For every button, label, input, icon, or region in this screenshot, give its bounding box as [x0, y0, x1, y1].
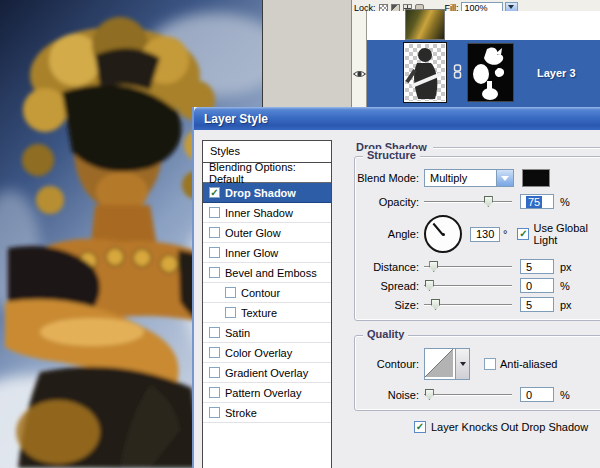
- style-item-satin[interactable]: Satin: [203, 323, 331, 343]
- angle-dial[interactable]: [424, 215, 462, 253]
- checkbox-icon[interactable]: [209, 247, 220, 258]
- checkbox-icon[interactable]: [225, 287, 236, 298]
- style-item-color-overlay[interactable]: Color Overlay: [203, 343, 331, 363]
- style-item-label: Outer Glow: [225, 227, 281, 239]
- linear-contour-icon: [425, 349, 453, 377]
- structure-group-title: Structure: [363, 149, 420, 161]
- distance-unit: px: [560, 261, 572, 273]
- style-item-contour[interactable]: Contour: [203, 283, 331, 303]
- spread-input[interactable]: 0: [520, 278, 554, 293]
- checkbox-icon[interactable]: [209, 407, 220, 418]
- contour-dropdown-button[interactable]: [456, 348, 470, 380]
- dialog-title: Layer Style: [204, 112, 268, 126]
- opacity-slider[interactable]: [424, 195, 512, 208]
- style-item-outer-glow[interactable]: Outer Glow: [203, 223, 331, 243]
- checkbox-icon[interactable]: [209, 327, 220, 338]
- anti-aliased-label: Anti-aliased: [500, 358, 557, 370]
- layer-knocks-out-checkbox[interactable]: ✓: [414, 421, 426, 433]
- style-item-label: Satin: [225, 327, 250, 339]
- shadow-color-swatch[interactable]: [522, 169, 550, 187]
- layer-name[interactable]: Layer 3: [537, 67, 576, 79]
- checkbox-icon[interactable]: [209, 267, 220, 278]
- contour-label: Contour:: [355, 358, 419, 370]
- angle-row: Angle: 130 ° ✓ Use Global Light: [355, 215, 600, 253]
- contour-thumbnail[interactable]: [424, 348, 456, 380]
- link-icon: [453, 64, 462, 79]
- angle-unit: °: [503, 228, 507, 240]
- style-item-inner-glow[interactable]: Inner Glow: [203, 243, 331, 263]
- opacity-input[interactable]: 75: [520, 194, 554, 209]
- styles-list: Styles Blending Options: Default ✓ Drop …: [202, 140, 332, 468]
- style-item-gradient-overlay[interactable]: Gradient Overlay: [203, 363, 331, 383]
- blend-mode-row: Blend Mode: Multiply: [355, 169, 600, 187]
- spread-slider[interactable]: [424, 279, 512, 292]
- knockout-row: ✓ Layer Knocks Out Drop Shadow: [414, 421, 600, 433]
- use-global-light-checkbox[interactable]: ✓: [517, 228, 529, 240]
- distance-slider[interactable]: [424, 260, 512, 273]
- layer-thumbnail[interactable]: [405, 9, 445, 40]
- checkbox-icon[interactable]: [225, 307, 236, 318]
- style-item-label: Blending Options: Default: [209, 161, 331, 185]
- checkbox-icon[interactable]: ✓: [209, 187, 220, 198]
- spread-label: Spread:: [355, 280, 419, 292]
- spread-row: Spread: 0 %: [355, 278, 600, 293]
- distance-row: Distance: 5 px: [355, 259, 600, 274]
- blend-mode-select[interactable]: Multiply: [424, 169, 514, 187]
- style-item-label: Contour: [241, 287, 280, 299]
- chevron-down-icon[interactable]: [496, 170, 513, 186]
- style-item-stroke[interactable]: Stroke: [203, 403, 331, 423]
- layer-knocks-out-label: Layer Knocks Out Drop Shadow: [431, 421, 588, 433]
- style-item-texture[interactable]: Texture: [203, 303, 331, 323]
- size-slider[interactable]: [424, 298, 512, 311]
- checkbox-icon[interactable]: [209, 347, 220, 358]
- opacity-unit: %: [560, 196, 570, 208]
- style-item-label: Pattern Overlay: [225, 387, 301, 399]
- layer-thumbnail[interactable]: [404, 43, 446, 102]
- size-unit: px: [560, 299, 572, 311]
- dialog-titlebar[interactable]: Layer Style: [194, 107, 600, 130]
- noise-input[interactable]: 0: [520, 387, 554, 402]
- layer-mask-thumbnail[interactable]: [467, 43, 514, 102]
- style-item-drop-shadow[interactable]: ✓ Drop Shadow: [203, 183, 331, 203]
- layer-row-above[interactable]: [367, 11, 600, 41]
- style-item-label: Gradient Overlay: [225, 367, 308, 379]
- style-item-bevel-and-emboss[interactable]: Bevel and Emboss: [203, 263, 331, 283]
- statue-silhouette: [405, 44, 445, 100]
- size-row: Size: 5 px: [355, 297, 600, 312]
- style-item-label: Stroke: [225, 407, 257, 419]
- opacity-label: Opacity:: [355, 196, 419, 208]
- contour-row: Contour: Anti-aliased: [355, 348, 600, 380]
- noise-label: Noise:: [355, 389, 419, 401]
- workspace-gray-area: [262, 0, 352, 110]
- style-item-label: Texture: [241, 307, 277, 319]
- checkbox-icon[interactable]: [209, 387, 220, 398]
- size-input[interactable]: 5: [520, 297, 554, 312]
- mask-shape: [468, 44, 513, 101]
- checkbox-icon[interactable]: [209, 227, 220, 238]
- style-item-inner-shadow[interactable]: Inner Shadow: [203, 203, 331, 223]
- screenshot-root: Lock: Fill: 100%: [0, 0, 600, 468]
- quality-group-title: Quality: [363, 328, 408, 340]
- style-item-blending-options[interactable]: Blending Options: Default: [203, 163, 331, 183]
- layers-panel: Lock: Fill: 100%: [352, 0, 600, 110]
- checkbox-icon[interactable]: [209, 367, 220, 378]
- quality-group: Quality Contour: Anti-aliased Noise:: [354, 335, 600, 411]
- style-item-label: Bevel and Emboss: [225, 267, 317, 279]
- eye-icon[interactable]: [353, 69, 366, 79]
- anti-aliased-checkbox[interactable]: [484, 358, 496, 370]
- noise-row: Noise: 0 %: [355, 387, 600, 402]
- use-global-light-label: Use Global Light: [533, 222, 600, 246]
- blend-mode-label: Blend Mode:: [355, 172, 419, 184]
- drop-shadow-settings: Drop Shadow Structure Blend Mode: Multip…: [354, 137, 600, 433]
- distance-input[interactable]: 5: [520, 259, 554, 274]
- layer-row-selected[interactable]: Layer 3: [367, 40, 600, 107]
- checkbox-icon[interactable]: [209, 207, 220, 218]
- spread-unit: %: [560, 280, 570, 292]
- angle-input[interactable]: 130: [470, 227, 500, 242]
- opacity-row: Opacity: 75 %: [355, 194, 600, 209]
- noise-unit: %: [560, 389, 570, 401]
- noise-slider[interactable]: [424, 388, 512, 401]
- style-item-label: Inner Glow: [225, 247, 278, 259]
- style-item-pattern-overlay[interactable]: Pattern Overlay: [203, 383, 331, 403]
- size-label: Size:: [355, 299, 419, 311]
